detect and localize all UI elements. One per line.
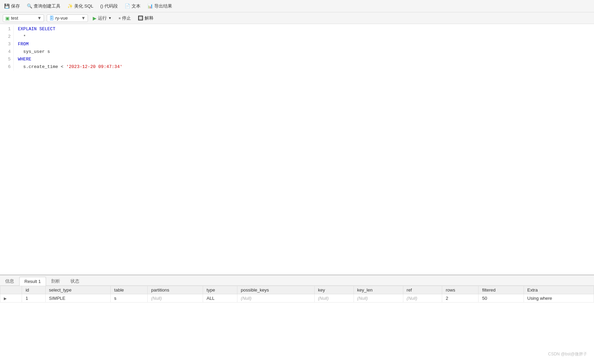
key-len-null: (Null) [357,296,368,301]
db-icon: ▣ [5,15,10,21]
query-tool-icon: 🔍 [27,3,32,9]
explain-icon: 🔲 [138,15,143,21]
tab-status[interactable]: 状态 [65,276,85,285]
stop-button[interactable]: ■ 停止 [116,14,133,22]
export-label: 导出结果 [154,3,172,9]
code-icon: () [100,3,103,9]
keyword-where: WHERE [18,57,31,62]
watermark-text: CSDN @bst@微胖子 [548,352,587,356]
line-num-3: 3 [3,41,11,48]
line-num-6: 6 [3,63,11,71]
main-container: 💾 保存 🔍 查询创建工具 ✨ 美化 SQL () 代码段 📄 文本 📊 导出结… [0,0,594,364]
db-dropdown-arrow-icon: ▼ [34,15,42,21]
tab-result1[interactable]: Result 1 [19,277,46,286]
col-header-key[interactable]: key [314,286,354,294]
line-num-2: 2 [3,33,11,41]
schema-dropdown-arrow-icon: ▼ [78,15,86,21]
col-header-ref[interactable]: ref [403,286,442,294]
result-table-body: ▶ 1 SIMPLE s (Null) ALL (Null) (Null) (N… [0,294,594,303]
stop-label: 停止 [122,15,131,21]
code-line-6: s.create_time < '2023-12-20 09:47:34' [18,63,590,71]
text-icon: 📄 [125,3,130,9]
col-header-select-type[interactable]: select_type [45,286,111,294]
cell-key-len: (Null) [354,294,403,303]
run-label: 运行 [98,15,107,21]
result-panel: 信息 Result 1 剖析 状态 id [0,275,594,364]
col-header-id[interactable]: id [22,286,45,294]
database-selector[interactable]: ▣ test ▼ [3,14,44,22]
beautify-label: 美化 SQL [74,3,93,9]
query-tool-button[interactable]: 🔍 查询创建工具 [25,2,62,10]
watermark: CSDN @bst@微胖子 [548,351,587,357]
play-icon: ▶ [93,15,97,21]
schema-icon: 🗄 [49,15,54,21]
col-header-possible-keys[interactable]: possible_keys [237,286,315,294]
selector-row: ▣ test ▼ 🗄 ry-vue ▼ ▶ 运行 ▼ ■ 停止 🔲 解释 [0,12,594,24]
keyword-from: FROM [18,42,29,47]
cell-filtered: 50 [479,294,524,303]
beautify-icon: ✨ [67,3,73,9]
col-header-filtered[interactable]: filtered [479,286,524,294]
col-header-rows[interactable]: rows [442,286,479,294]
top-toolbar: 💾 保存 🔍 查询创建工具 ✨ 美化 SQL () 代码段 📄 文本 📊 导出结… [0,0,594,12]
database-name: test [11,15,18,21]
tab-info-label: 信息 [5,278,14,284]
code-star: * [18,34,26,39]
result-table-header: id select_type table partitions type pos… [0,286,594,294]
text-label: 文本 [132,3,141,9]
code-lines: EXPLAIN SELECT * FROM sys_user s WHERE s… [14,25,594,71]
result-table: id select_type table partitions type pos… [0,286,594,303]
tab-profiling-label: 剖析 [51,278,60,284]
save-icon: 💾 [4,3,10,9]
code-line-5: WHERE [18,56,590,63]
code-line-3: FROM [18,41,590,48]
key-null: (Null) [318,296,329,301]
result-table-wrapper: id select_type table partitions type pos… [0,286,594,364]
cell-ref: (Null) [403,294,442,303]
tabs-bar: 信息 Result 1 剖析 状态 [0,275,594,286]
sql-editor[interactable]: 1 2 3 4 5 6 EXPLAIN SELECT * FROM sys_us… [0,24,594,275]
save-label: 保存 [11,3,20,9]
beautify-button[interactable]: ✨ 美化 SQL [66,2,95,10]
header-row: id select_type table partitions type pos… [0,286,594,294]
save-button[interactable]: 💾 保存 [3,2,21,10]
code-table: sys_user s [18,49,50,54]
cell-select-type: SIMPLE [45,294,111,303]
run-button[interactable]: ▶ 运行 ▼ [91,14,114,22]
tab-status-label: 状态 [70,278,79,284]
cell-rows: 2 [442,294,479,303]
code-segment-button[interactable]: () 代码段 [99,2,120,10]
col-header-table[interactable]: table [111,286,148,294]
run-dropdown-arrow-icon: ▼ [108,16,112,20]
tab-profiling[interactable]: 剖析 [46,276,65,285]
cell-partitions: (Null) [148,294,203,303]
keyword-explain: EXPLAIN SELECT [18,26,55,32]
col-header-partitions[interactable]: partitions [148,286,203,294]
explain-button[interactable]: 🔲 解释 [136,14,156,22]
col-header-extra[interactable]: Extra [524,286,594,294]
export-button[interactable]: 📊 导出结果 [146,2,173,10]
table-row[interactable]: ▶ 1 SIMPLE s (Null) ALL (Null) (Null) (N… [0,294,594,303]
row-expand-arrow-icon: ▶ [4,296,7,300]
line-num-1: 1 [3,25,11,33]
export-icon: 📊 [147,3,153,9]
cell-extra: Using where [524,294,594,303]
col-header-type[interactable]: type [203,286,237,294]
code-condition: s.create_time < [18,64,66,69]
col-header-marker [0,286,22,294]
text-button[interactable]: 📄 文本 [123,2,142,10]
schema-selector[interactable]: 🗄 ry-vue ▼ [47,14,88,22]
partitions-null: (Null) [151,296,162,301]
schema-name: ry-vue [55,15,68,21]
cell-key: (Null) [314,294,354,303]
tab-result1-label: Result 1 [24,279,41,284]
tab-info[interactable]: 信息 [0,276,19,285]
row-marker: ▶ [0,294,22,303]
line-num-5: 5 [3,56,11,63]
code-line-2: * [18,33,590,41]
ref-null: (Null) [407,296,417,301]
line-numbers: 1 2 3 4 5 6 [0,25,14,71]
possible-keys-null: (Null) [241,296,251,301]
col-header-key-len[interactable]: key_len [354,286,403,294]
code-segment-label: 代码段 [104,3,118,9]
